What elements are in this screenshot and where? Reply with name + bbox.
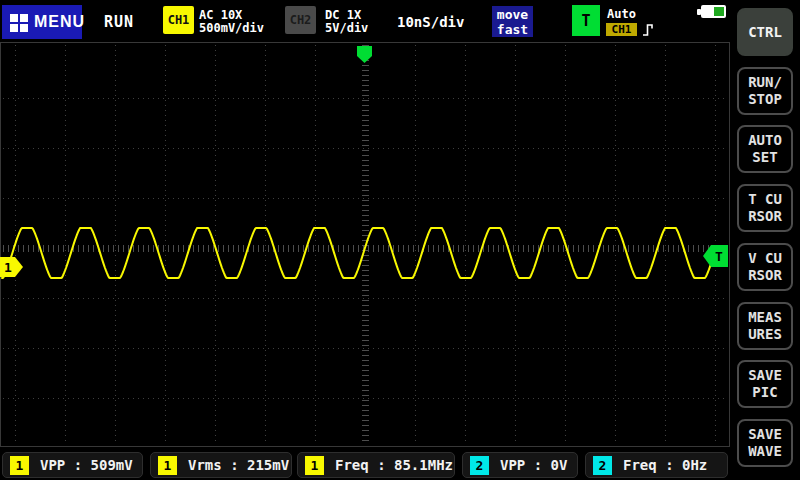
sidebar-button-run-stop-line1: RUN/	[748, 74, 782, 91]
battery-level	[714, 7, 724, 16]
measurement-ch1-vrms-text: Vrms : 215mV	[188, 457, 289, 473]
measurement-ch1-freq-text: Freq : 85.1MHz	[335, 457, 453, 473]
sidebar-button-save-wave[interactable]: SAVE WAVE	[737, 419, 793, 467]
sidebar-button-v-cursor-line2: RSOR	[748, 267, 782, 284]
channel-2-badge: 2	[593, 456, 612, 475]
channel-1-badge: 1	[10, 456, 29, 475]
ch1-settings[interactable]: AC 10X 500mV/div	[199, 9, 264, 35]
move-speed-button[interactable]: move fast	[492, 6, 533, 37]
measurement-ch1-vpp: 1 VPP : 509mV	[2, 452, 143, 478]
menu-grid-icon	[10, 14, 27, 31]
move-speed-line1: move	[497, 7, 528, 22]
measurement-ch2-freq-text: Freq : 0Hz	[623, 457, 707, 473]
sidebar-button-ctrl[interactable]: CTRL	[737, 8, 793, 56]
acquisition-status: RUN	[104, 13, 134, 31]
measurement-ch2-vpp-text: VPP : 0V	[500, 457, 567, 473]
trigger-source-badge[interactable]: CH1	[606, 23, 637, 36]
sidebar-button-ctrl-line1: CTRL	[748, 24, 782, 41]
sidebar-button-t-cursor-line1: T CU	[748, 191, 782, 208]
timebase-setting[interactable]: 10nS/div	[397, 14, 464, 30]
ch1-waveform-trace	[2, 228, 715, 278]
measurement-ch1-vpp-text: VPP : 509mV	[40, 457, 133, 473]
oscilloscope-screen: MENU RUN CH1 AC 10X 500mV/div CH2 DC 1X …	[0, 0, 800, 480]
sidebar-button-measures[interactable]: MEAS URES	[737, 302, 793, 350]
ch1-scale: 500mV/div	[199, 22, 264, 35]
trigger-level-marker-label: T	[715, 249, 723, 264]
ch1-badge[interactable]: CH1	[163, 6, 194, 34]
measurement-ch1-vrms: 1 Vrms : 215mV	[150, 452, 292, 478]
channel-1-badge: 1	[158, 456, 177, 475]
menu-label: MENU	[34, 13, 85, 31]
sidebar-button-t-cursor-line2: RSOR	[748, 208, 782, 225]
sidebar-button-auto-set-line1: AUTO	[748, 132, 782, 149]
rising-edge-icon	[642, 23, 654, 37]
sidebar-button-save-pic[interactable]: SAVE PIC	[737, 360, 793, 408]
sidebar-button-save-pic-line2: PIC	[752, 384, 777, 401]
waveform-display: T1	[0, 42, 730, 447]
sidebar-button-auto-set[interactable]: AUTO SET	[737, 125, 793, 173]
measurement-ch2-vpp: 2 VPP : 0V	[462, 452, 578, 478]
trigger-mode: Auto	[607, 7, 636, 21]
sidebar-button-save-pic-line1: SAVE	[748, 367, 782, 384]
sidebar-button-auto-set-line2: SET	[752, 149, 777, 166]
sidebar-button-save-wave-line2: WAVE	[748, 443, 782, 460]
sidebar-button-run-stop[interactable]: RUN/ STOP	[737, 67, 793, 115]
ch2-badge[interactable]: CH2	[285, 6, 316, 34]
sidebar-button-v-cursor[interactable]: V CU RSOR	[737, 243, 793, 291]
measurement-ch1-freq: 1 Freq : 85.1MHz	[297, 452, 455, 478]
trigger-position-marker[interactable]	[357, 46, 372, 63]
ch1-position-marker-label: 1	[4, 260, 12, 275]
sidebar-button-measures-line1: MEAS	[748, 309, 782, 326]
menu-button[interactable]: MENU	[2, 5, 82, 39]
sidebar-button-run-stop-line2: STOP	[748, 91, 782, 108]
battery-icon	[697, 5, 727, 19]
sidebar-button-t-cursor[interactable]: T CU RSOR	[737, 184, 793, 232]
sidebar-button-v-cursor-line1: V CU	[748, 250, 782, 267]
channel-2-badge: 2	[470, 456, 489, 475]
channel-1-badge: 1	[305, 456, 324, 475]
measurement-ch2-freq: 2 Freq : 0Hz	[585, 452, 728, 478]
move-speed-line2: fast	[497, 22, 528, 37]
trigger-badge[interactable]: T	[572, 5, 600, 36]
sidebar-button-measures-line2: URES	[748, 326, 782, 343]
ch2-settings[interactable]: DC 1X 5V/div	[325, 9, 368, 35]
ch2-scale: 5V/div	[325, 22, 368, 35]
sidebar-button-save-wave-line1: SAVE	[748, 426, 782, 443]
